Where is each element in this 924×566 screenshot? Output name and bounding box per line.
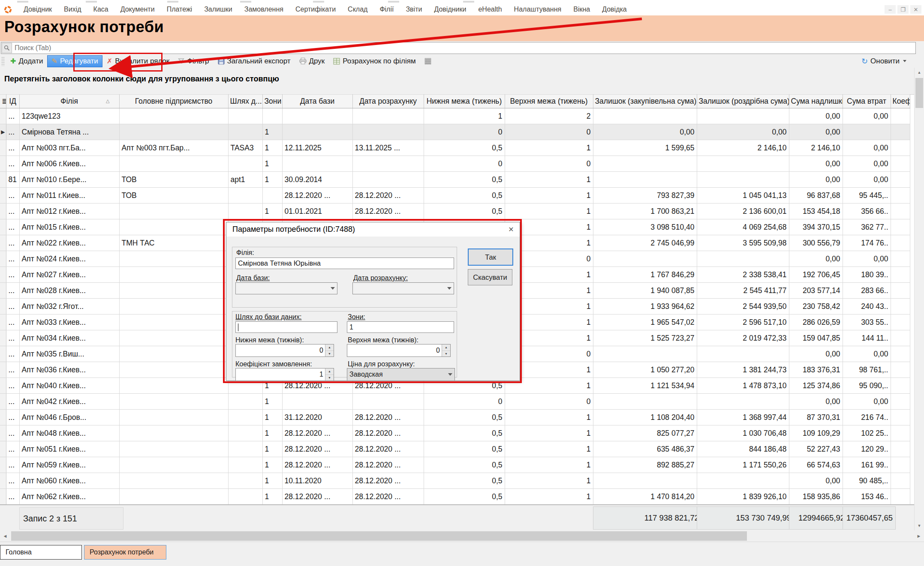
table-cell[interactable]: 01.01.2021: [282, 204, 352, 219]
table-cell[interactable]: 1 121 534,94: [593, 378, 697, 394]
table-cell[interactable]: Апт №027 г.Киев...: [19, 267, 119, 283]
table-cell[interactable]: [891, 219, 910, 235]
table-cell[interactable]: 1 767 846,29: [593, 267, 697, 283]
table-cell[interactable]: 362 77..: [843, 219, 891, 235]
table-cell[interactable]: Апт №059 г.Киев...: [19, 457, 119, 473]
table-cell[interactable]: [282, 124, 352, 140]
table-cell[interactable]: 0,00: [843, 346, 891, 362]
table-cell[interactable]: [891, 235, 910, 251]
table-cell[interactable]: 180 39..: [843, 267, 891, 283]
table-cell[interactable]: 0,5: [424, 140, 505, 156]
table-cell[interactable]: ...: [6, 410, 19, 425]
table-cell[interactable]: 0,00: [697, 124, 789, 140]
table-cell[interactable]: 28.12.2020 ...: [282, 188, 352, 204]
menu-item-сертифікати[interactable]: Сертифікати: [289, 4, 342, 15]
branch-field[interactable]: Смірнова Тетяна Юрьівна: [235, 258, 454, 269]
table-cell[interactable]: ...: [6, 124, 19, 140]
table-cell[interactable]: [593, 251, 697, 267]
column-header-4[interactable]: Зони: [262, 95, 282, 108]
table-cell[interactable]: [228, 124, 262, 140]
lower-limit-stepper[interactable]: 0 ▲▼: [235, 344, 334, 357]
dialog-close-icon[interactable]: ✕: [503, 222, 520, 237]
table-cell[interactable]: 1: [262, 394, 282, 410]
table-cell[interactable]: 1 470 814,20: [593, 489, 697, 505]
table-cell[interactable]: ...: [6, 378, 19, 394]
horizontal-scroll-thumb[interactable]: [11, 531, 747, 541]
menu-item-платежі[interactable]: Платежі: [161, 4, 199, 15]
table-row[interactable]: ...123qwe123120,000,00: [0, 108, 910, 124]
table-cell[interactable]: [119, 489, 228, 505]
table-cell[interactable]: [891, 425, 910, 441]
table-cell[interactable]: ...: [6, 156, 19, 172]
table-cell[interactable]: ...: [6, 251, 19, 267]
table-cell[interactable]: 1: [262, 410, 282, 425]
close-button[interactable]: ✕: [910, 5, 921, 14]
table-cell[interactable]: ...: [6, 299, 19, 314]
table-cell[interactable]: 0: [505, 124, 593, 140]
table-cell[interactable]: 2 544 939,50: [697, 299, 789, 314]
table-cell[interactable]: 12.11.2025: [282, 140, 352, 156]
export-button[interactable]: Загальний експорт: [214, 55, 295, 67]
table-cell[interactable]: [119, 425, 228, 441]
table-cell[interactable]: 1: [424, 108, 505, 124]
table-cell[interactable]: 28.12.2020 ...: [352, 441, 424, 457]
scroll-up-icon[interactable]: ▲: [915, 68, 924, 77]
column-header-9[interactable]: Залишок (закупівельна сума): [593, 95, 697, 108]
table-cell[interactable]: Апт №060 г.Киев...: [19, 473, 119, 489]
column-header-3[interactable]: Шлях д...: [228, 95, 262, 108]
table-cell[interactable]: [697, 156, 789, 172]
table-cell[interactable]: 28.12.2020 ...: [352, 204, 424, 219]
table-cell[interactable]: [891, 378, 910, 394]
table-cell[interactable]: Апт №036 г.Киев...: [19, 362, 119, 378]
table-cell[interactable]: 0,00: [843, 251, 891, 267]
table-cell[interactable]: 28.12.2020 ...: [282, 489, 352, 505]
table-cell[interactable]: 87 370,31: [789, 410, 843, 425]
table-cell[interactable]: 1 478 873,10: [697, 378, 789, 394]
table-cell[interactable]: [119, 108, 228, 124]
menu-item-склад[interactable]: Склад: [342, 4, 373, 15]
table-cell[interactable]: 4 069 254,68: [697, 219, 789, 235]
table-cell[interactable]: 30.09.2014: [282, 172, 352, 188]
table-cell[interactable]: [119, 314, 228, 330]
table-cell[interactable]: [228, 156, 262, 172]
table-cell[interactable]: [119, 251, 228, 267]
table-cell[interactable]: 153 454,18: [789, 204, 843, 219]
menu-item-довідка[interactable]: Довідка: [596, 4, 633, 15]
table-cell[interactable]: 300 556,79: [789, 235, 843, 251]
table-cell[interactable]: [891, 108, 910, 124]
table-cell[interactable]: Апт №042 г.Киев...: [19, 394, 119, 410]
table-cell[interactable]: 203 577,14: [789, 283, 843, 299]
table-cell[interactable]: 0,00: [789, 251, 843, 267]
table-cell[interactable]: [891, 283, 910, 299]
table-cell[interactable]: 1 839 926,10: [697, 489, 789, 505]
table-cell[interactable]: [891, 299, 910, 314]
menu-item-налаштування[interactable]: Налаштування: [508, 4, 568, 15]
table-cell[interactable]: 286 026,59: [789, 314, 843, 330]
column-header-5[interactable]: Дата бази: [282, 95, 352, 108]
table-cell[interactable]: 0,00: [789, 394, 843, 410]
table-cell[interactable]: [891, 204, 910, 219]
table-cell[interactable]: ...: [6, 330, 19, 346]
table-cell[interactable]: [228, 457, 262, 473]
upper-limit-stepper[interactable]: 0 ▲▼: [347, 344, 451, 357]
table-cell[interactable]: [282, 156, 352, 172]
table-cell[interactable]: 28.12.2020 ...: [352, 457, 424, 473]
table-cell[interactable]: [593, 346, 697, 362]
table-cell[interactable]: Апт №046 г.Бров...: [19, 410, 119, 425]
table-row[interactable]: ...Апт №012 г.Киев...101.01.202128.12.20…: [0, 204, 910, 219]
table-cell[interactable]: 283 66..: [843, 283, 891, 299]
delete-row-button[interactable]: ✗ Видалити рядок: [102, 55, 174, 67]
table-cell[interactable]: 2 019 472,33: [697, 330, 789, 346]
table-row[interactable]: ...Апт №060 г.Киев...110.11.202028.12.20…: [0, 473, 910, 489]
table-cell[interactable]: ...: [6, 235, 19, 251]
menu-item-вихід[interactable]: Вихід: [58, 4, 87, 15]
table-cell[interactable]: 1: [262, 441, 282, 457]
order-coef-stepper[interactable]: 1 ▲▼: [235, 368, 334, 381]
menu-item-каса[interactable]: Каса: [87, 4, 114, 15]
table-row[interactable]: ...Апт №006 г.Киев...1000,000,00: [0, 156, 910, 172]
table-cell[interactable]: 109 109,29: [789, 425, 843, 441]
table-cell[interactable]: TASA3: [228, 140, 262, 156]
table-cell[interactable]: [119, 299, 228, 314]
table-cell[interactable]: 123qwe123: [19, 108, 119, 124]
table-cell[interactable]: 81: [6, 172, 19, 188]
